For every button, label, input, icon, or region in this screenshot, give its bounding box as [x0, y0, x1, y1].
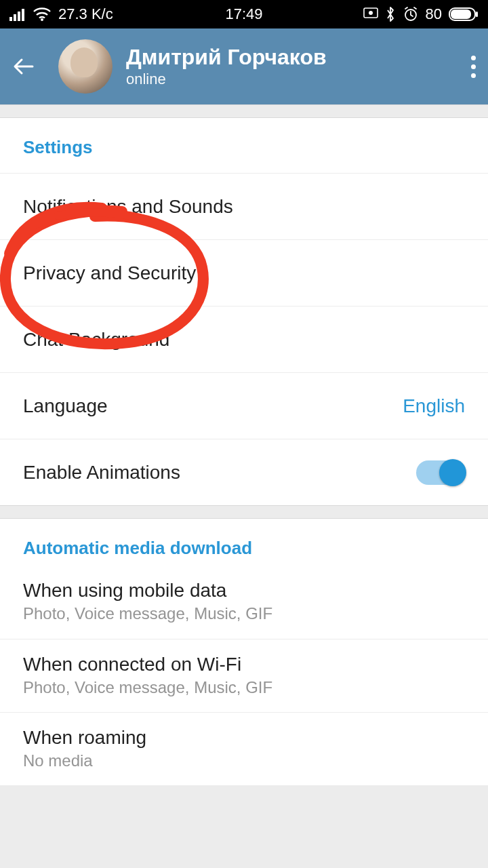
toggle-animations[interactable] [416, 460, 465, 485]
svg-point-6 [369, 11, 373, 15]
label-animations: Enable Animations [23, 462, 180, 484]
back-button[interactable] [12, 55, 45, 78]
net-speed: 27.3 K/c [58, 5, 113, 23]
row-privacy[interactable]: Privacy and Security [0, 239, 488, 306]
battery-percent: 80 [426, 5, 442, 23]
app-header: Дмитрий Горчаков online [0, 28, 488, 104]
status-bar: 27.3 K/c 17:49 80 [0, 0, 488, 28]
profile-status: online [126, 71, 449, 88]
bluetooth-icon [385, 6, 396, 22]
signal-icon [9, 7, 26, 21]
battery-icon [449, 7, 479, 21]
kebab-icon [471, 56, 476, 78]
label-notifications: Notifications and Sounds [23, 196, 233, 218]
row-roaming[interactable]: When roaming No media [0, 712, 488, 785]
svg-rect-3 [22, 9, 24, 21]
label-background: Chat Background [23, 329, 169, 351]
row-mobile-data[interactable]: When using mobile data Photo, Voice mess… [0, 566, 488, 639]
svg-rect-10 [476, 12, 478, 17]
sub-mobile-data: Photo, Voice message, Music, GIF [23, 604, 272, 623]
label-mobile-data: When using mobile data [23, 580, 226, 601]
svg-rect-2 [18, 12, 20, 21]
svg-rect-9 [451, 9, 471, 19]
row-wifi[interactable]: When connected on Wi-Fi Photo, Voice mes… [0, 639, 488, 712]
menu-button[interactable] [449, 56, 476, 78]
row-background[interactable]: Chat Background [0, 306, 488, 372]
label-roaming: When roaming [23, 727, 146, 749]
sub-roaming: No media [23, 751, 93, 770]
svg-rect-1 [14, 14, 16, 21]
row-language[interactable]: Language English [0, 372, 488, 439]
settings-header: Settings [0, 118, 488, 173]
arrow-left-icon [12, 55, 35, 78]
avatar[interactable] [58, 39, 113, 94]
svg-rect-0 [9, 17, 12, 21]
sub-wifi: Photo, Voice message, Music, GIF [23, 678, 272, 697]
label-language: Language [23, 395, 108, 417]
alarm-icon [403, 6, 419, 22]
label-privacy: Privacy and Security [23, 262, 196, 284]
row-notifications[interactable]: Notifications and Sounds [0, 173, 488, 239]
cast-icon [363, 7, 378, 21]
wifi-icon [33, 7, 52, 21]
settings-section: Settings Notifications and Sounds Privac… [0, 118, 488, 505]
profile-name: Дмитрий Горчаков [126, 45, 449, 70]
value-language: English [403, 395, 465, 417]
svg-point-4 [41, 18, 43, 21]
media-header: Automatic media download [0, 519, 488, 566]
row-animations[interactable]: Enable Animations [0, 439, 488, 505]
media-section: Automatic media download When using mobi… [0, 519, 488, 785]
label-wifi: When connected on Wi-Fi [23, 654, 241, 675]
